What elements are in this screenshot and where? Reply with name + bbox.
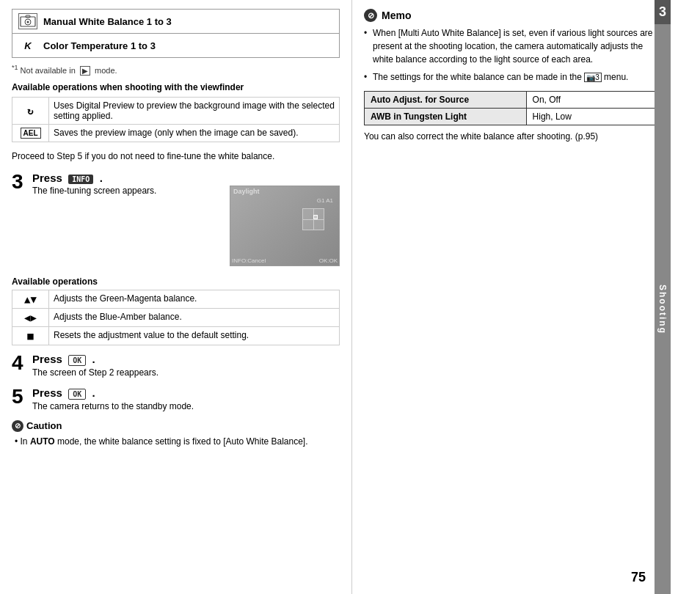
- step-4-number: 4: [12, 353, 28, 373]
- step-4-desc: The screen of Step 2 reappears.: [32, 367, 340, 378]
- step-4-title: Press OK .: [32, 353, 340, 366]
- screen-axes-label: G1 A1: [317, 197, 333, 204]
- main-switch-desc: Uses Digital Preview to preview the back…: [49, 97, 340, 124]
- step-4-content: Press OK . The screen of Step 2 reappear…: [32, 353, 340, 382]
- camera3-icon: 📷3: [584, 73, 602, 82]
- svg-point-3: [27, 21, 29, 23]
- manual-wb-icon: [18, 13, 37, 29]
- fine-tune-screen: Daylight G1 A1 INFO:Cancel: [230, 186, 340, 266]
- caution-header: ⊘ Caution: [12, 420, 340, 432]
- footnote: *1 Not available in ▶ mode.: [12, 64, 340, 75]
- viewfinder-ops-table: ↻ Uses Digital Preview to preview the ba…: [12, 97, 340, 142]
- caution-section: ⊘ Caution • In AUTO mode, the white bala…: [12, 420, 340, 448]
- wb-boxes: Manual White Balance 1 to 3 K Color Temp…: [12, 9, 340, 58]
- ok-button-badge-5: OK: [68, 389, 86, 400]
- info-button-badge: INFO: [68, 175, 93, 184]
- right-panel: ⊘ Memo When [Multi Auto White Balance] i…: [352, 0, 671, 594]
- screen-daylight-label: Daylight: [233, 188, 260, 195]
- reset-desc: Resets the adjustment value to the defau…: [49, 326, 340, 345]
- color-temp-label: Color Temperature 1 to 3: [43, 40, 156, 51]
- main-switch-icon-cell: ↻: [12, 97, 49, 124]
- step-4-container: 4 Press OK . The screen of Step 2 reappe…: [12, 353, 340, 382]
- ael-desc: Saves the preview image (only when the i…: [49, 124, 340, 142]
- manual-wb-label: Manual White Balance 1 to 3: [43, 16, 172, 27]
- fine-tune-grid: [302, 208, 324, 230]
- movie-mode-icon: ▶: [80, 66, 90, 76]
- step-3-container: 3 Press INFO . The fine-tuning screen ap…: [12, 172, 340, 272]
- left-right-icon-cell: ◀▶: [12, 308, 49, 326]
- memo-icon: ⊘: [364, 9, 377, 22]
- step-5-container: 5 Press OK . The camera returns to the s…: [12, 386, 340, 416]
- step-5-title: Press OK .: [32, 386, 340, 400]
- step-5-content: Press OK . The camera returns to the sta…: [32, 386, 340, 416]
- memo-item-1: When [Multi Auto White Balance] is set, …: [364, 26, 659, 66]
- square-icon-cell: ■: [12, 326, 49, 345]
- wb-settings-table: Auto Adjust. for Source On, Off AWB in T…: [364, 91, 659, 125]
- table-row: ◀▶ Adjusts the Blue-Amber balance.: [12, 308, 340, 326]
- screen-bottom-labels: INFO:Cancel OK:OK: [232, 257, 338, 264]
- step-3-inner: The fine-tuning screen appears. Daylight…: [32, 186, 340, 272]
- wb-box-color-temp: K Color Temperature 1 to 3: [12, 34, 339, 57]
- memo-list: When [Multi Auto White Balance] is set, …: [364, 26, 659, 84]
- viewfinder-ops-header: Available operations when shooting with …: [12, 82, 340, 92]
- caution-text: • In AUTO mode, the white balance settin…: [15, 435, 340, 448]
- fine-ops-header: Available operations: [12, 276, 340, 287]
- step-5-number: 5: [12, 386, 28, 407]
- memo-extra: You can also correct the white balance a…: [364, 131, 659, 142]
- ok-button-badge-4: OK: [68, 355, 86, 366]
- memo-header: ⊘ Memo: [364, 9, 659, 22]
- step-3-number: 3: [12, 172, 28, 192]
- caution-icon: ⊘: [12, 420, 23, 432]
- ba-balance-desc: Adjusts the Blue-Amber balance.: [49, 308, 340, 326]
- ael-icon-cell: AEL: [12, 124, 49, 142]
- step-3-desc: The fine-tuning screen appears.: [32, 186, 230, 196]
- page-number: 75: [631, 570, 646, 585]
- chapter-label-tab: Shooting: [655, 24, 671, 594]
- color-temp-icon: K: [18, 37, 37, 54]
- memo-item-2: The settings for the white balance can b…: [364, 70, 659, 84]
- auto-adjust-value: On, Off: [526, 92, 658, 109]
- table-row: Auto Adjust. for Source On, Off: [365, 92, 659, 109]
- awb-tungsten-value: High, Low: [526, 109, 658, 125]
- chapter-label: Shooting: [657, 285, 668, 334]
- step-3-text: The fine-tuning screen appears.: [32, 186, 230, 200]
- side-tabs: 3 Shooting: [655, 0, 671, 594]
- wb-box-manual: Manual White Balance 1 to 3: [12, 10, 339, 34]
- grid-inner: [302, 208, 324, 230]
- ael-badge: AEL: [21, 128, 41, 139]
- fine-ops-table: ▲▼ Adjusts the Green-Magenta balance. ◀▶…: [12, 290, 340, 345]
- table-row: ↻ Uses Digital Preview to preview the ba…: [12, 97, 340, 124]
- awb-tungsten-label: AWB in Tungsten Light: [365, 109, 527, 125]
- gm-balance-desc: Adjusts the Green-Magenta balance.: [49, 290, 340, 308]
- table-row: ▲▼ Adjusts the Green-Magenta balance.: [12, 290, 340, 308]
- up-down-icon-cell: ▲▼: [12, 290, 49, 308]
- step-3-title: Press INFO .: [32, 172, 340, 184]
- proceed-text: Proceed to Step 5 if you do not need to …: [12, 150, 340, 163]
- step-5-desc: The camera returns to the standby mode.: [32, 401, 340, 411]
- step-3-content: Press INFO . The fine-tuning screen appe…: [32, 172, 340, 272]
- table-row: ■ Resets the adjustment value to the def…: [12, 326, 340, 345]
- main-content: Manual White Balance 1 to 3 K Color Temp…: [0, 0, 352, 594]
- table-row: AWB in Tungsten Light High, Low: [365, 109, 659, 125]
- chapter-number-tab: 3: [655, 0, 671, 24]
- table-row: AEL Saves the preview image (only when t…: [12, 124, 340, 142]
- auto-adjust-label: Auto Adjust. for Source: [365, 92, 527, 109]
